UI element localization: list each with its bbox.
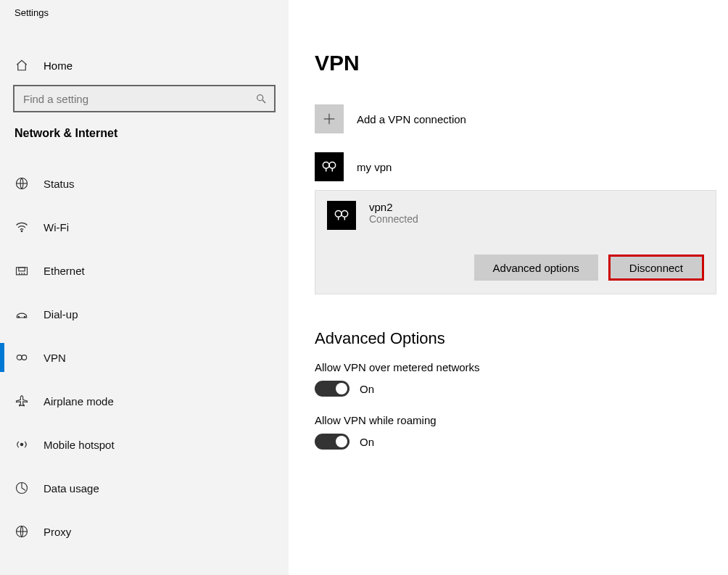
svg-rect-5 bbox=[19, 268, 25, 271]
toggle-vpn-roaming[interactable] bbox=[315, 434, 349, 450]
svg-point-20 bbox=[335, 211, 342, 218]
svg-point-3 bbox=[21, 231, 22, 232]
wifi-icon bbox=[15, 220, 29, 234]
svg-point-18 bbox=[323, 162, 329, 169]
sidebar-item-wifi[interactable]: Wi-Fi bbox=[0, 205, 289, 249]
dialup-icon bbox=[15, 307, 29, 321]
svg-point-11 bbox=[17, 355, 22, 360]
sidebar-item-datausage[interactable]: Data usage bbox=[0, 466, 289, 510]
proxy-icon bbox=[15, 524, 29, 539]
search-field[interactable] bbox=[22, 92, 255, 106]
sidebar-nav: Status Wi-Fi Ethernet bbox=[0, 162, 289, 553]
sidebar-item-label: Dial-up bbox=[44, 308, 78, 320]
vpn-connection-item[interactable]: my vpn bbox=[315, 152, 728, 181]
vpn-connection-name: my vpn bbox=[357, 161, 392, 173]
sidebar-item-label: Wi-Fi bbox=[44, 221, 69, 233]
vpn-connection-status: Connected bbox=[369, 213, 418, 225]
home-icon bbox=[15, 59, 29, 72]
advanced-options-heading: Advanced Options bbox=[315, 329, 728, 348]
page-title: VPN bbox=[315, 51, 728, 75]
sidebar-item-ethernet[interactable]: Ethernet bbox=[0, 249, 289, 292]
window-title: Settings bbox=[0, 0, 289, 18]
toggle-state: On bbox=[360, 436, 374, 448]
search-icon bbox=[255, 93, 267, 104]
globe-icon bbox=[15, 176, 29, 191]
plus-icon bbox=[315, 104, 344, 133]
sidebar-item-label: Airplane mode bbox=[44, 395, 114, 408]
home-nav[interactable]: Home bbox=[0, 49, 289, 82]
sidebar-item-label: Proxy bbox=[44, 526, 71, 538]
home-label: Home bbox=[44, 59, 73, 72]
data-usage-icon bbox=[15, 481, 29, 495]
vpn-connection-selected[interactable]: vpn2 Connected Advanced options Disconne… bbox=[315, 190, 716, 294]
hotspot-icon bbox=[15, 437, 29, 452]
sidebar-item-hotspot[interactable]: Mobile hotspot bbox=[0, 423, 289, 466]
option-label: Allow VPN while roaming bbox=[315, 414, 728, 426]
sidebar-item-label: Data usage bbox=[44, 482, 99, 495]
option-vpn-roaming: Allow VPN while roaming On bbox=[315, 414, 728, 450]
sidebar-item-label: VPN bbox=[44, 352, 66, 364]
sidebar-item-label: Ethernet bbox=[44, 265, 85, 277]
category-heading: Network & Internet bbox=[0, 112, 289, 147]
svg-point-12 bbox=[22, 355, 27, 360]
svg-line-1 bbox=[262, 100, 265, 103]
sidebar-item-dialup[interactable]: Dial-up bbox=[0, 292, 289, 336]
toggle-vpn-metered[interactable] bbox=[315, 381, 349, 397]
sidebar-item-vpn[interactable]: VPN bbox=[0, 336, 289, 379]
main-content: VPN Add a VPN connection my vpn bbox=[289, 0, 728, 575]
svg-point-21 bbox=[342, 211, 348, 218]
add-vpn-label: Add a VPN connection bbox=[357, 113, 466, 125]
vpn-connection-icon bbox=[327, 201, 356, 230]
sidebar-item-status[interactable]: Status bbox=[0, 162, 289, 205]
sidebar-item-airplane[interactable]: Airplane mode bbox=[0, 379, 289, 423]
svg-point-0 bbox=[257, 95, 263, 101]
vpn-connection-name: vpn2 bbox=[369, 201, 418, 213]
sidebar: Settings Home Network & Internet bbox=[0, 0, 289, 575]
disconnect-button[interactable]: Disconnect bbox=[608, 255, 704, 281]
airplane-icon bbox=[15, 394, 29, 408]
sidebar-item-label: Mobile hotspot bbox=[44, 439, 115, 451]
vpn-icon bbox=[15, 350, 29, 365]
vpn-connection-icon bbox=[315, 152, 344, 181]
option-vpn-metered: Allow VPN over metered networks On bbox=[315, 361, 728, 397]
ethernet-icon bbox=[15, 263, 29, 278]
option-label: Allow VPN over metered networks bbox=[315, 361, 728, 373]
svg-point-19 bbox=[329, 162, 336, 169]
svg-point-9 bbox=[18, 316, 20, 318]
toggle-state: On bbox=[360, 383, 374, 395]
add-vpn-connection[interactable]: Add a VPN connection bbox=[315, 104, 728, 133]
svg-point-13 bbox=[20, 443, 22, 445]
svg-point-10 bbox=[24, 316, 25, 318]
advanced-options-button[interactable]: Advanced options bbox=[474, 255, 598, 281]
sidebar-item-label: Status bbox=[44, 178, 75, 190]
search-input[interactable] bbox=[13, 85, 276, 112]
sidebar-item-proxy[interactable]: Proxy bbox=[0, 510, 289, 553]
